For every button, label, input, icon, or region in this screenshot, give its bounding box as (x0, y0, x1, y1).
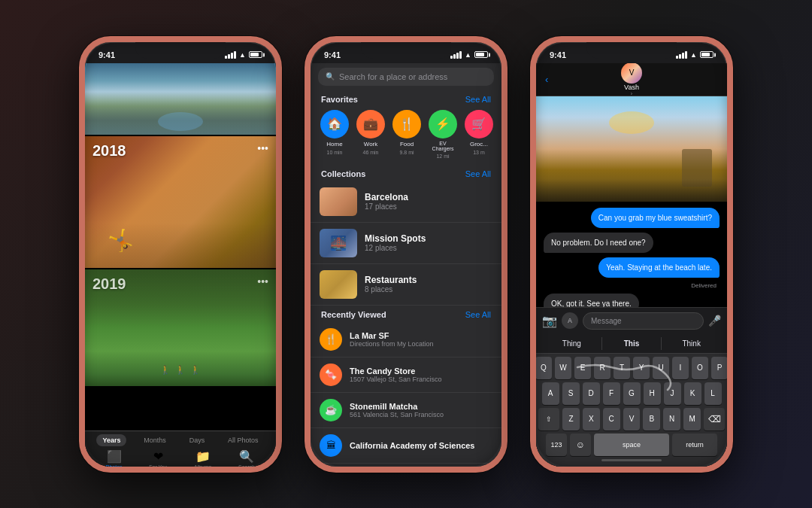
recent-academy[interactable]: 🏛 California Academy of Sciences (311, 428, 501, 464)
key-z[interactable]: Z (562, 408, 580, 430)
recent-candy[interactable]: 🍬 The Candy Store 1507 Vallejo St, San F… (311, 357, 501, 393)
fav-ev[interactable]: ⚡ EV Chargers 12 mi (428, 110, 458, 159)
msg-bubble-4: OK, got it. See ya there. (544, 294, 639, 307)
photo-lake-block[interactable] (85, 63, 276, 135)
collections-header: Collections See All (311, 165, 501, 181)
messages-screen: ‹ V Vash › Can you grab my blue sweatshi… (536, 63, 727, 467)
key-h[interactable]: H (644, 382, 661, 405)
wifi-icon-1: ▲ (239, 51, 246, 59)
key-o[interactable]: O (692, 357, 708, 379)
maps-screen: 🔍 Search for a place or address Favorite… (311, 63, 501, 467)
recent-matcha[interactable]: ☕ Stonemill Matcha 561 Valencia St, San … (311, 393, 501, 428)
notch-1 (135, 42, 226, 59)
search-tab-icon: 🔍 (239, 449, 254, 464)
key-shift[interactable]: ⇧ (538, 408, 559, 430)
for-you-tab-icon: ❤ (153, 449, 163, 464)
autocorrect-think[interactable]: Think (662, 337, 721, 350)
key-return[interactable]: return (672, 433, 717, 456)
autocorrect-thing[interactable]: Thing (542, 337, 602, 350)
view-years[interactable]: Years (96, 434, 126, 446)
messages-header: ‹ V Vash › (536, 63, 727, 96)
key-c[interactable]: C (603, 408, 620, 430)
key-y[interactable]: Y (633, 357, 650, 379)
fav-food[interactable]: 🍴 Food 9.8 mi (392, 110, 422, 159)
key-i[interactable]: I (672, 357, 689, 379)
recent-see-all[interactable]: See All (465, 310, 491, 319)
key-j[interactable]: J (664, 382, 681, 405)
favorites-see-all[interactable]: See All (465, 95, 491, 104)
favorites-row: 🏠 Home 10 min 💼 Work 46 min 🍴 Food 9.8 m… (311, 107, 501, 165)
tab-albums[interactable]: 📁 Albums (194, 449, 211, 467)
key-m[interactable]: M (683, 408, 701, 430)
key-f[interactable]: F (603, 382, 620, 405)
key-s[interactable]: S (562, 382, 580, 405)
candy-addr: 1507 Vallejo St, San Francisco (350, 376, 441, 383)
key-123[interactable]: 123 (546, 433, 567, 456)
collection-mission[interactable]: 🌉 Mission Spots 12 places (311, 223, 501, 264)
signal-icon-3 (676, 51, 687, 59)
audio-icon[interactable]: 🎤 (708, 315, 721, 327)
favorites-header: Favorites See All (311, 90, 501, 107)
status-icons-2: ▲ (450, 51, 488, 59)
view-all-photos[interactable]: All Photos (222, 434, 265, 446)
fav-groc[interactable]: 🛒 Groc... 13 m (464, 110, 494, 159)
photo-2019-block[interactable]: 2019 ••• 🚶🚶🚶 (85, 269, 276, 386)
msg-bubble-3: Yeah. Staying at the beach late. (598, 257, 720, 278)
restaurants-name: Restaurants (365, 275, 417, 285)
collections-see-all[interactable]: See All (465, 169, 491, 178)
keyboard: Q W E R T Y U I O P A S D F G H (536, 354, 727, 467)
notch-3 (586, 42, 677, 59)
camera-icon[interactable]: 📷 (542, 314, 557, 328)
recent-lamar[interactable]: 🍴 La Mar SF Directions from My Location (311, 322, 501, 357)
recent-header: Recently Viewed See All (311, 306, 501, 322)
recent-title: Recently Viewed (321, 310, 386, 319)
key-g[interactable]: G (623, 382, 641, 405)
tab-for-you[interactable]: ❤ For You (149, 449, 167, 467)
fav-ev-icon: ⚡ (429, 110, 457, 138)
tab-photos[interactable]: ⬛ Photos (106, 449, 123, 467)
contact-info[interactable]: V Vash › (621, 63, 642, 96)
status-time-2: 9:41 (324, 50, 341, 59)
key-w[interactable]: W (555, 357, 571, 379)
appstore-icon[interactable]: A (562, 312, 578, 329)
photo-2018-menu[interactable]: ••• (257, 142, 268, 154)
key-d[interactable]: D (583, 382, 600, 405)
key-t[interactable]: T (614, 357, 630, 379)
keyboard-safe-area (538, 459, 725, 464)
key-r[interactable]: R (594, 357, 611, 379)
shared-photo (536, 96, 727, 202)
key-b[interactable]: B (643, 408, 660, 430)
battery-icon-2 (474, 51, 488, 58)
key-n[interactable]: N (663, 408, 680, 430)
battery-icon-3 (700, 51, 714, 58)
tab-search[interactable]: 🔍 Search (238, 449, 255, 467)
keyboard-row-4: 123 ☺ space return (538, 433, 725, 456)
fav-work[interactable]: 💼 Work 46 min (356, 110, 386, 159)
key-v[interactable]: V (623, 408, 641, 430)
photos-tab-icon: ⬛ (107, 449, 122, 464)
autocorrect-this[interactable]: This (602, 337, 662, 350)
key-p[interactable]: P (711, 357, 727, 379)
key-e[interactable]: E (574, 357, 591, 379)
view-months[interactable]: Months (138, 434, 172, 446)
back-button[interactable]: ‹ (545, 74, 548, 85)
message-input[interactable]: Message (583, 312, 704, 330)
key-a[interactable]: A (542, 382, 559, 405)
collection-barcelona[interactable]: Barcelona 17 places (311, 181, 501, 223)
key-q[interactable]: Q (536, 357, 552, 379)
view-days[interactable]: Days (183, 434, 211, 446)
key-x[interactable]: X (583, 408, 600, 430)
key-l[interactable]: L (704, 382, 722, 405)
maps-search-bar[interactable]: 🔍 Search for a place or address (318, 68, 494, 86)
collection-restaurants[interactable]: Restaurants 8 places (311, 264, 501, 306)
photo-2018-block[interactable]: 2018 ••• 🤸 (85, 136, 276, 268)
fav-food-icon: 🍴 (392, 110, 421, 138)
key-emoji[interactable]: ☺ (570, 433, 591, 456)
lamar-icon: 🍴 (320, 328, 342, 351)
key-space[interactable]: space (594, 433, 669, 456)
key-k[interactable]: K (684, 382, 701, 405)
key-delete[interactable]: ⌫ (704, 408, 725, 430)
key-u[interactable]: U (653, 357, 669, 379)
msg-bubble-2: No problem. Do I need one? (544, 233, 653, 253)
fav-home[interactable]: 🏠 Home 10 min (320, 110, 350, 159)
